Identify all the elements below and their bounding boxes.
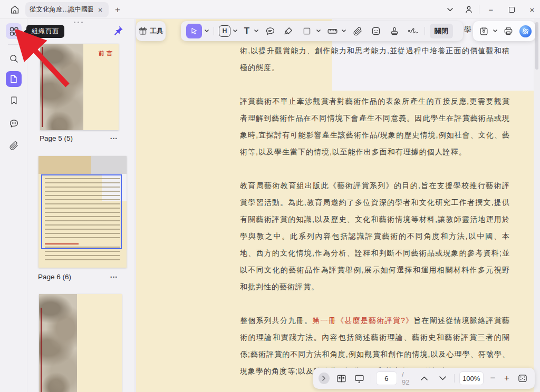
- previous-page-button[interactable]: [418, 371, 431, 385]
- doc-paragraph: 教育局藝術教育組出版此《藝術評賞系列》的目的,旨在支援學校推行藝術評賞學習活動。…: [240, 177, 510, 295]
- page-thumbnail-heading: 前言: [99, 50, 114, 57]
- page-number-input[interactable]: [376, 371, 397, 385]
- page-thumbnails-button[interactable]: [6, 71, 22, 87]
- toolbar-divider: [214, 27, 214, 35]
- attachments-button[interactable]: [6, 138, 22, 153]
- save-icon: [479, 26, 489, 36]
- zoom-level-input[interactable]: [459, 371, 484, 385]
- comment-tool-button[interactable]: [263, 24, 277, 38]
- stamp-tool-button[interactable]: [388, 24, 401, 38]
- document-tab[interactable]: 從文化角度...識中國藝術 ×: [25, 2, 109, 17]
- new-tab-button[interactable]: +: [112, 4, 123, 16]
- print-button[interactable]: [502, 24, 515, 38]
- sticker-tool-button[interactable]: [369, 24, 383, 38]
- tab-close-icon[interactable]: ×: [96, 6, 104, 14]
- page-thumbnail[interactable]: [39, 294, 122, 392]
- home-icon: [9, 4, 21, 15]
- comment-bubble-icon: [265, 26, 276, 37]
- fit-screen-icon: [517, 373, 528, 384]
- page-thumbnail-band: [38, 156, 91, 174]
- fit-screen-button[interactable]: [516, 371, 529, 385]
- save-button[interactable]: [477, 24, 491, 38]
- ai-assistant-button[interactable]: [519, 25, 532, 37]
- gift-icon: [138, 26, 148, 36]
- tab-bar: 從文化角度...識中國藝術 × + − ×: [0, 0, 540, 19]
- highlighter-icon: [283, 26, 294, 36]
- select-tool-button[interactable]: [186, 24, 202, 38]
- window-minimize-button[interactable]: −: [483, 2, 499, 17]
- tools-menu-button[interactable]: 工具: [136, 21, 166, 41]
- home-button[interactable]: [7, 3, 22, 16]
- thumbnail-panel: 前言 Page 5 (5) … Page 6 (6) …: [27, 19, 135, 392]
- toolbar-divider: [425, 27, 425, 35]
- chevron-down-icon[interactable]: [493, 30, 497, 33]
- viewport-selection-rect[interactable]: [41, 174, 122, 249]
- panel-drag-handle[interactable]: [74, 22, 83, 23]
- page-total-label: / 92: [402, 370, 413, 386]
- close-icon: ×: [530, 5, 535, 14]
- window-controls-divider: [479, 5, 479, 14]
- chevron-down-icon[interactable]: [342, 30, 346, 33]
- minimize-icon: −: [489, 5, 494, 14]
- text-tool-button[interactable]: T: [242, 26, 252, 36]
- document-viewport: 學 術,以提升觀賞能力、創作能力和思考能力,並從過程中培養正面的價值觀和積極的態…: [135, 19, 540, 392]
- thumbnail-label: Page 6 (6): [38, 273, 71, 281]
- presentation-icon: [354, 373, 365, 384]
- chevron-down-icon[interactable]: [205, 30, 209, 33]
- attach-file-tool-button[interactable]: [351, 24, 364, 38]
- page-thumbnail-red-rule: [41, 308, 42, 392]
- doc-paragraph: 評賞藝術不單止牽涉觀賞者對藝術作品的表象所產生的直接反應,更需要觀賞者理解到藝術…: [240, 93, 510, 160]
- annotations-button[interactable]: [6, 115, 22, 131]
- book-icon: [336, 373, 347, 384]
- bar-divider: [454, 374, 455, 383]
- reading-view-button[interactable]: [334, 371, 348, 385]
- panel-pin-button[interactable]: [112, 24, 124, 37]
- user-icon: [464, 4, 474, 15]
- bar-divider: [371, 374, 371, 383]
- thumbnail-label: Page 5 (5): [40, 134, 73, 142]
- pushpin-icon: [112, 25, 124, 36]
- left-icon-sidebar: [0, 19, 27, 392]
- window-close-button[interactable]: ×: [524, 2, 540, 17]
- shapes-tool-button[interactable]: [300, 24, 314, 38]
- search-button[interactable]: [6, 51, 22, 66]
- bookmarks-button[interactable]: [6, 92, 22, 108]
- sticker-face-icon: [371, 26, 381, 36]
- maximize-icon: [509, 7, 515, 13]
- next-page-button[interactable]: [436, 371, 449, 385]
- toolbar-collapse-chevron[interactable]: [442, 2, 458, 17]
- chevron-down-icon[interactable]: [316, 30, 321, 33]
- grid-icon: [8, 26, 20, 37]
- stamp-icon: [389, 26, 400, 36]
- vertical-scrollbar[interactable]: [534, 19, 540, 392]
- sidebar-divider: [8, 44, 20, 45]
- page-thumbnail[interactable]: 前言: [40, 44, 119, 130]
- account-button[interactable]: [461, 2, 477, 17]
- chevron-down-icon[interactable]: [254, 30, 258, 33]
- annotation-toolbar: H T 關閉: [181, 21, 463, 41]
- organize-pages-tooltip: 組織頁面: [26, 25, 64, 38]
- scrollbar-thumb[interactable]: [535, 22, 538, 70]
- zoom-in-button[interactable]: +: [502, 373, 512, 384]
- collapse-bar-button[interactable]: [319, 373, 330, 384]
- signature-icon: [407, 26, 419, 36]
- paperclip-icon: [9, 141, 19, 151]
- page-thumbnail-red-rule: [42, 47, 43, 127]
- paperclip-icon: [353, 26, 363, 36]
- measure-tool-button[interactable]: [325, 24, 339, 38]
- highlighter-tool-button[interactable]: [282, 24, 295, 38]
- window-maximize-button[interactable]: [504, 2, 519, 17]
- thumbnail-menu-button[interactable]: …: [110, 132, 118, 141]
- chevron-down-icon[interactable]: [233, 30, 237, 33]
- page-thumbnail-current[interactable]: [38, 156, 127, 268]
- zoom-out-button[interactable]: −: [488, 373, 498, 384]
- signature-tool-button[interactable]: [406, 24, 420, 38]
- pdf-page[interactable]: 學 術,以提升觀賞能力、創作能力和思考能力,並從過程中培養正面的價值觀和積極的態…: [136, 19, 534, 392]
- presentation-mode-button[interactable]: [353, 371, 366, 385]
- header-footer-tool-button[interactable]: H: [219, 25, 230, 37]
- pages-icon: [8, 74, 19, 84]
- organize-pages-button[interactable]: [6, 23, 22, 39]
- chevron-up-icon: [421, 376, 428, 380]
- thumbnail-menu-button[interactable]: …: [110, 270, 118, 279]
- close-toolbar-button[interactable]: 關閉: [430, 24, 453, 38]
